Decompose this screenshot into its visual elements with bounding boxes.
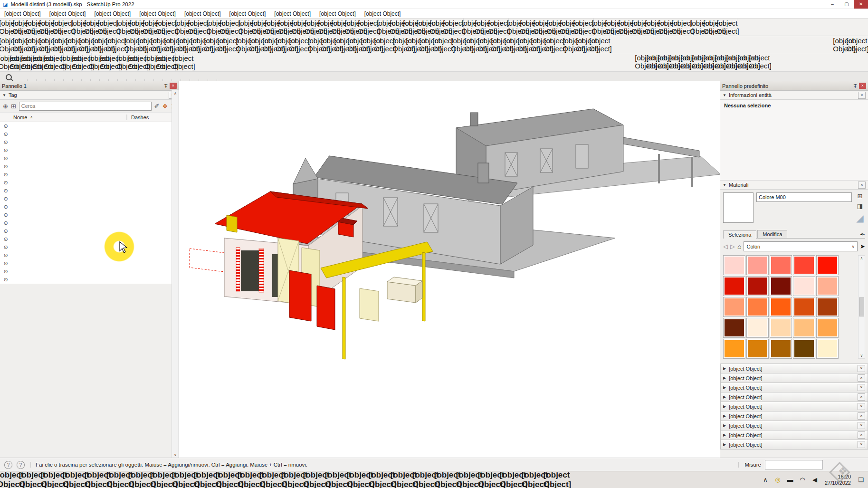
tag-row[interactable]: ⊙	[0, 138, 179, 146]
create-material-icon[interactable]: ⊞	[858, 192, 863, 200]
visibility-eye-icon[interactable]: ⊙	[0, 172, 11, 178]
close-panel-icon[interactable]: ×	[859, 83, 866, 89]
visibility-eye-icon[interactable]: ⊙	[0, 228, 11, 234]
viewport-3d-model[interactable]	[179, 81, 721, 459]
color-swatch[interactable]	[746, 276, 769, 296]
scroll-down-icon[interactable]: ∨	[860, 354, 863, 358]
wifi-icon[interactable]: ◠	[797, 476, 808, 483]
visibility-eye-icon[interactable]: ⊙	[0, 131, 11, 137]
[object Object][interactable]: [object Object]	[464, 474, 476, 486]
maximize-button[interactable]: ▢	[839, 0, 854, 9]
paint-sample-icon[interactable]: ◨	[857, 202, 863, 210]
[object Object][interactable]: [object Object]	[362, 20, 376, 34]
material-preview[interactable]	[723, 192, 754, 223]
panel1-scrollbar[interactable]: ∧ ∨	[172, 90, 179, 458]
close-section-icon[interactable]: ×	[858, 393, 865, 401]
add-tag-folder-icon[interactable]: ⊞	[11, 103, 16, 110]
color-swatch[interactable]	[770, 255, 792, 275]
close-section-icon[interactable]: ×	[858, 422, 865, 429]
color-swatch[interactable]	[746, 318, 769, 338]
[object Object][interactable]: [object Object]	[162, 55, 173, 69]
tag-row[interactable]: ⊙	[0, 219, 179, 227]
[object Object][interactable]: [object Object]	[201, 474, 214, 486]
[object Object][interactable]: [object Object]	[376, 474, 389, 486]
scroll-up-icon[interactable]: ∧	[860, 256, 863, 260]
menu-item[interactable]: [object Object]	[0, 10, 45, 17]
[object Object][interactable]: [object Object]	[136, 474, 148, 486]
collections-dropdown[interactable]: Colori ∨	[744, 241, 858, 251]
[object Object][interactable]: [object Object]	[222, 38, 235, 51]
scroll-down-icon[interactable]: ∨	[174, 453, 177, 457]
visibility-eye-icon[interactable]: ⊙	[0, 155, 11, 162]
tag-row[interactable]: ⊙	[0, 211, 179, 219]
menu-item[interactable]: [object Object]	[360, 10, 405, 17]
column-dashes[interactable]: Dashes	[127, 115, 179, 120]
visibility-eye-icon[interactable]: ⊙	[0, 244, 11, 250]
[object Object][interactable]: [object Object]	[245, 474, 258, 486]
menu-item[interactable]: [object Object]	[180, 10, 225, 17]
color-swatch[interactable]	[816, 255, 839, 275]
[object Object][interactable]: [object Object]	[49, 55, 61, 69]
tag-row[interactable]: ⊙	[0, 163, 179, 171]
close-section-icon[interactable]: ×	[858, 365, 865, 372]
[object Object][interactable]: [object Object]	[486, 474, 498, 486]
clock[interactable]: 16:20 27/10/2022	[825, 474, 851, 486]
visibility-eye-icon[interactable]: ⊙	[0, 204, 11, 210]
color-swatch[interactable]	[793, 339, 815, 359]
visibility-eye-icon[interactable]: ⊙	[0, 139, 11, 145]
panel-section-header[interactable]: ▶ [object Object] ×	[720, 373, 868, 383]
[object Object][interactable]: [object Object]	[379, 38, 392, 51]
[object Object][interactable]: [object Object]	[437, 38, 450, 51]
collapse-arrow-icon[interactable]: ▼	[723, 93, 726, 97]
search-scenes-icon[interactable]	[6, 74, 12, 80]
[object Object][interactable]: [object Object]	[102, 20, 115, 34]
purge-pencil-icon[interactable]: ✐	[154, 103, 160, 110]
panel-section-header[interactable]: ▶ [object Object] ×	[720, 411, 868, 421]
close-section-icon[interactable]: ×	[858, 403, 865, 410]
color-by-tag-icon[interactable]: ❖	[162, 103, 168, 110]
[object Object][interactable]: [object Object]	[311, 474, 323, 486]
tag-row[interactable]: ⊙	[0, 146, 179, 154]
visibility-eye-icon[interactable]: ⊙	[0, 220, 11, 226]
color-swatch[interactable]	[793, 255, 815, 275]
visibility-eye-icon[interactable]: ⊙	[0, 123, 11, 129]
[object Object][interactable]: [object Object]	[420, 474, 432, 486]
color-swatch[interactable]	[723, 276, 745, 296]
tag-row[interactable]: ⊙	[0, 195, 179, 203]
panel-section-header[interactable]: ▶ [object Object] ×	[720, 364, 868, 373]
menu-item[interactable]: [object Object]	[135, 10, 180, 17]
close-panel-icon[interactable]: ×	[170, 83, 177, 89]
visibility-eye-icon[interactable]: ⊙	[0, 252, 11, 258]
tag-row[interactable]: ⊙	[0, 122, 179, 130]
[object Object][interactable]: [object Object]	[224, 20, 238, 34]
close-button[interactable]: ✕	[854, 0, 868, 9]
visibility-eye-icon[interactable]: ⊙	[0, 196, 11, 202]
[object Object][interactable]: [object Object]	[105, 55, 117, 69]
battery-icon[interactable]: ▬	[785, 476, 795, 483]
[object Object][interactable]: [object Object]	[398, 474, 410, 486]
visibility-eye-icon[interactable]: ⊙	[0, 147, 11, 153]
add-tag-icon[interactable]: ⊕	[3, 103, 8, 110]
color-swatch[interactable]	[746, 339, 769, 359]
[object Object][interactable]: [object Object]	[77, 55, 89, 69]
panel-section-header[interactable]: ▶ [object Object] ×	[720, 383, 868, 392]
speaker-icon[interactable]: ◀	[810, 476, 820, 483]
color-swatch[interactable]	[816, 297, 839, 317]
back-arrow-icon[interactable]: ◁	[723, 243, 728, 250]
tag-row[interactable]: ⊙	[0, 171, 179, 179]
close-section-icon[interactable]: ×	[858, 441, 865, 448]
color-swatch[interactable]	[723, 339, 745, 359]
close-materials-icon[interactable]: ×	[858, 182, 866, 189]
visibility-eye-icon[interactable]: ⊙	[0, 260, 11, 267]
scroll-up-icon[interactable]: ∧	[174, 91, 177, 96]
[object Object][interactable]: [object Object]	[114, 474, 126, 486]
[object Object][interactable]: [object Object]	[578, 20, 591, 34]
help-icon[interactable]: ?	[4, 461, 12, 469]
[object Object][interactable]: [object Object]	[289, 474, 301, 486]
color-swatch[interactable]	[746, 255, 769, 275]
scroll-thumb[interactable]	[859, 297, 864, 316]
color-swatch[interactable]	[793, 318, 815, 338]
color-swatch[interactable]	[723, 297, 745, 317]
[object Object][interactable]: [object Object]	[442, 474, 454, 486]
[object Object][interactable]: [object Object]	[223, 474, 236, 486]
